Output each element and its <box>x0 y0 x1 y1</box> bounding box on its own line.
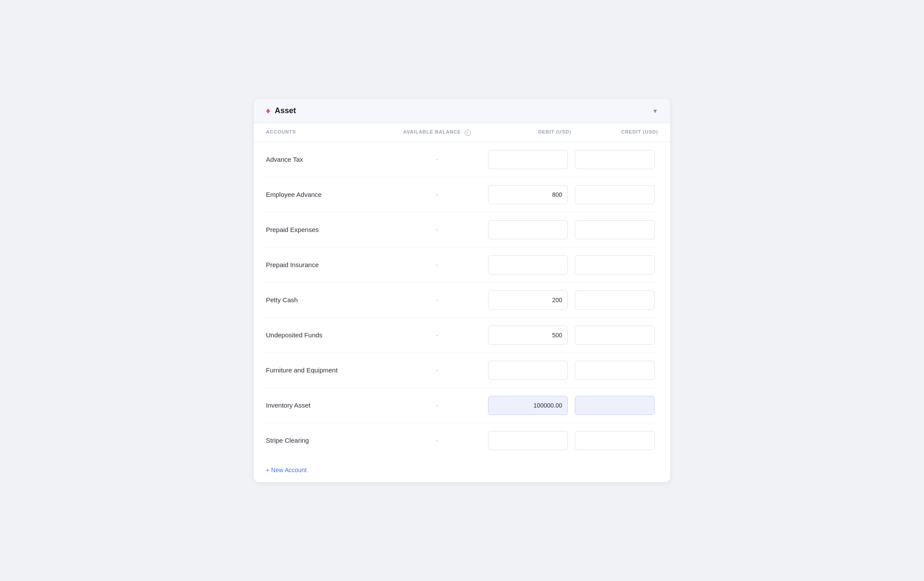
table-row: Prepaid Expenses - <box>266 212 658 248</box>
debit-input-2[interactable] <box>488 220 568 239</box>
credit-input-8[interactable] <box>575 431 655 450</box>
debit-input-3[interactable] <box>488 255 568 274</box>
card-header: ♦ Asset ▼ <box>254 99 670 123</box>
credit-input-cell-6 <box>571 361 658 380</box>
balance-cell-3: - <box>389 261 485 268</box>
debit-input-1[interactable] <box>488 185 568 204</box>
balance-cell-8: - <box>389 437 485 444</box>
credit-input-3[interactable] <box>575 255 655 274</box>
chevron-down-icon[interactable]: ▼ <box>652 108 658 114</box>
debit-input-6[interactable] <box>488 361 568 380</box>
debit-column-header: DEBIT (USD) <box>485 129 571 135</box>
info-icon[interactable]: i <box>465 130 471 136</box>
debit-input-cell-7 <box>485 396 571 415</box>
credit-input-0[interactable] <box>575 150 655 169</box>
debit-input-cell-1 <box>485 185 571 204</box>
debit-input-7[interactable] <box>488 396 568 415</box>
section-title: Asset <box>275 106 296 115</box>
asset-card: ♦ Asset ▼ ACCOUNTS AVAILABLE BALANCE i D… <box>254 99 670 482</box>
debit-input-0[interactable] <box>488 150 568 169</box>
account-name-7: Inventory Asset <box>266 401 389 409</box>
credit-column-header: CREDIT (USD) <box>571 129 658 135</box>
debit-input-cell-8 <box>485 431 571 450</box>
credit-input-cell-1 <box>571 185 658 204</box>
account-name-2: Prepaid Expenses <box>266 226 389 233</box>
credit-input-cell-3 <box>571 255 658 274</box>
credit-input-5[interactable] <box>575 326 655 345</box>
balance-column-header: AVAILABLE BALANCE i <box>389 129 485 135</box>
debit-input-4[interactable] <box>488 290 568 310</box>
table-row: Prepaid Insurance - <box>266 248 658 283</box>
table-body: Advance Tax - Employee Advance - Prepaid… <box>254 142 670 458</box>
card-title: ♦ Asset <box>266 106 296 116</box>
account-name-8: Stripe Clearing <box>266 437 389 444</box>
credit-input-4[interactable] <box>575 290 655 310</box>
diamond-icon: ♦ <box>266 106 270 116</box>
accounts-column-header: ACCOUNTS <box>266 129 389 135</box>
credit-input-cell-2 <box>571 220 658 239</box>
table-row: Advance Tax - <box>266 142 658 177</box>
credit-input-cell-8 <box>571 431 658 450</box>
table-row: Petty Cash - <box>266 283 658 318</box>
balance-cell-2: - <box>389 226 485 233</box>
debit-input-cell-4 <box>485 290 571 310</box>
credit-input-7[interactable] <box>575 396 655 415</box>
balance-cell-6: - <box>389 367 485 374</box>
balance-cell-0: - <box>389 156 485 163</box>
table-row: Employee Advance - <box>266 177 658 212</box>
table-header: ACCOUNTS AVAILABLE BALANCE i DEBIT (USD)… <box>254 123 670 142</box>
credit-input-1[interactable] <box>575 185 655 204</box>
account-name-3: Prepaid Insurance <box>266 261 389 268</box>
credit-input-2[interactable] <box>575 220 655 239</box>
balance-cell-4: - <box>389 297 485 304</box>
account-name-6: Furniture and Equipment <box>266 366 389 374</box>
debit-input-8[interactable] <box>488 431 568 450</box>
balance-cell-7: - <box>389 402 485 409</box>
account-name-0: Advance Tax <box>266 156 389 163</box>
account-name-4: Petty Cash <box>266 296 389 304</box>
credit-input-cell-7 <box>571 396 658 415</box>
credit-input-cell-0 <box>571 150 658 169</box>
credit-input-cell-5 <box>571 326 658 345</box>
debit-input-cell-3 <box>485 255 571 274</box>
debit-input-cell-0 <box>485 150 571 169</box>
debit-input-cell-5 <box>485 326 571 345</box>
debit-input-cell-6 <box>485 361 571 380</box>
new-account-link[interactable]: + New Account <box>254 458 319 482</box>
credit-input-cell-4 <box>571 290 658 310</box>
table-row: Undeposited Funds - <box>266 318 658 353</box>
table-row: Stripe Clearing - <box>266 423 658 458</box>
debit-input-5[interactable] <box>488 326 568 345</box>
table-row: Furniture and Equipment - <box>266 353 658 388</box>
balance-cell-1: - <box>389 191 485 198</box>
table-row: Inventory Asset - <box>266 388 658 423</box>
credit-input-6[interactable] <box>575 361 655 380</box>
balance-cell-5: - <box>389 332 485 339</box>
account-name-5: Undeposited Funds <box>266 331 389 339</box>
account-name-1: Employee Advance <box>266 191 389 198</box>
debit-input-cell-2 <box>485 220 571 239</box>
